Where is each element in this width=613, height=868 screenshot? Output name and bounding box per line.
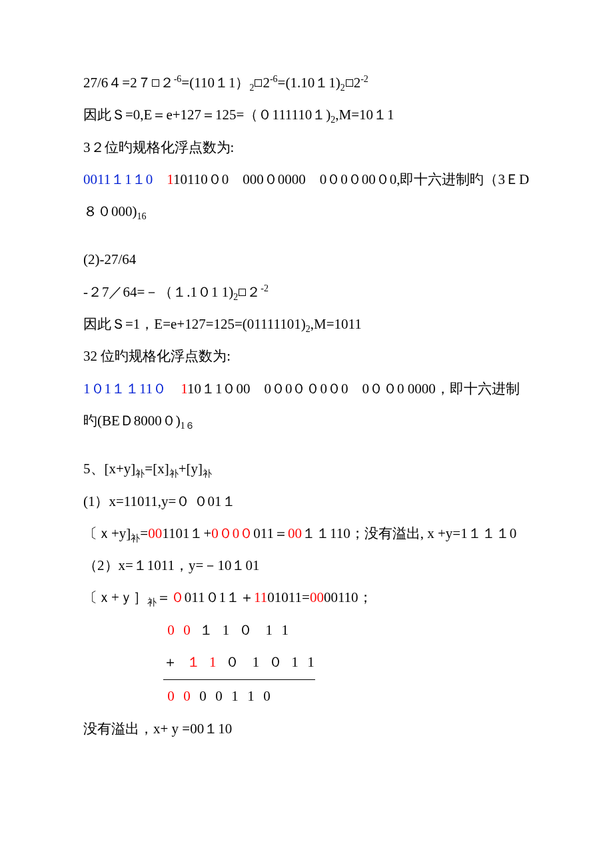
carry-bits: 00 — [310, 589, 324, 605]
text-line-3: 3２位旳规格化浮点数为: — [83, 131, 530, 163]
text-line-1: 27/6４=2７２-6=(110１1）22-6=(1.10１1)22-2 — [83, 67, 530, 99]
box-symbol — [152, 79, 159, 87]
box-symbol — [239, 289, 246, 296]
calc-operand-1: 0 0 １ 1 ０ 1 1 — [163, 614, 530, 646]
text-line-14: 〔ｘ+ｙ］补＝０011０1１＋1101011=0000110； — [83, 581, 530, 613]
text-line-10: 5、[x+y]补=[x]补+[y]补 — [83, 453, 530, 485]
carry-bits: 00 — [148, 525, 162, 541]
text-line-15: 没有溢出，x+ y =00１10 — [83, 713, 530, 745]
text-line-8: 32 位旳规格化浮点数为: — [83, 340, 530, 372]
box-symbol — [346, 79, 353, 87]
carry-bits: 11 — [254, 589, 267, 605]
leading-mantissa-bit: 1 — [181, 381, 187, 397]
calc-result: 0 0 0 0 1 1 0 — [163, 680, 530, 712]
leading-mantissa-bit: 1 — [167, 171, 173, 187]
carry-bits: 0０0０ — [211, 525, 253, 541]
text-line-4: 0011１1１0 110110０0 000０0000 0０0０00０0,即十六进… — [83, 163, 530, 228]
carry-bits: ０ — [171, 589, 185, 605]
text-line-5: (2)-27/64 — [83, 243, 530, 275]
calc-operand-2: ＋ １ 1 ０ 1 ０ 1 1 — [163, 646, 530, 680]
text-line-6: -２7／64=－（１.1０1 1)2２-2 — [83, 276, 530, 308]
text-line-11: (1）x=11011,y=０ ０01１ — [83, 485, 530, 517]
addition-calculation: 0 0 １ 1 ０ 1 1 ＋ １ 1 ０ 1 ０ 1 1 0 0 0 0 1 … — [163, 614, 530, 713]
text-line-7: 因此Ｓ=1，E=e+127=125=(01111101)2,M=1011 — [83, 308, 530, 340]
text-line-13: （2）x=１1011，y=－10１01 — [83, 549, 530, 581]
box-symbol — [255, 79, 262, 87]
sign-exponent-bits: 1０1１１11０ — [83, 381, 167, 397]
carry-bits: 00 — [288, 525, 302, 541]
text-line-2: 因此Ｓ=0,E＝e+127＝125=（０111110１)2,M=10１1 — [83, 99, 530, 131]
sign-exponent-bits: 0011１1１0 — [83, 171, 153, 187]
text-line-9: 1０1１１11０ 110１1０00 0０0００0０0 0００0 0000，即十六… — [83, 373, 530, 437]
text-line-12: 〔ｘ+y]补=001101１+0０0０011＝00１１110；没有溢出, x +… — [83, 517, 530, 549]
